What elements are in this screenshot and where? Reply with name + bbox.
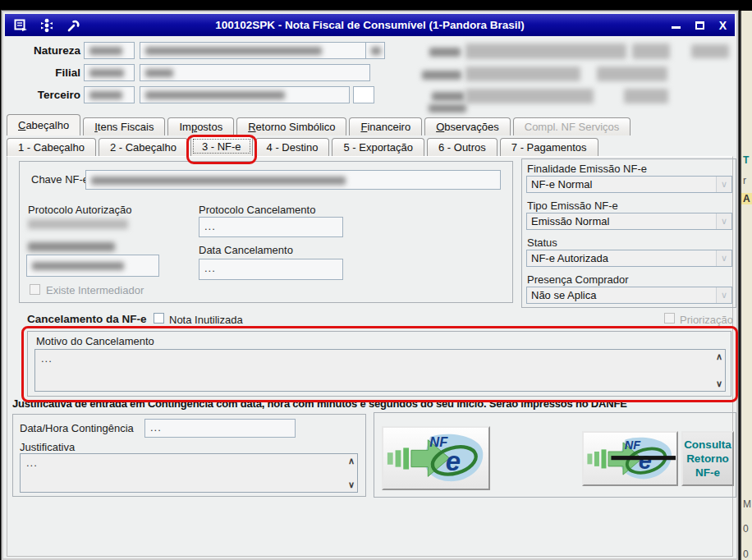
natureza-desc-field[interactable]	[140, 42, 370, 59]
chevron-down-icon[interactable]: ∨	[716, 213, 731, 229]
cancelar-nfe-button[interactable]: NF e	[582, 431, 678, 486]
background-text-fragment: 0	[743, 523, 749, 535]
main-tab-observacoes[interactable]: Observações	[424, 117, 511, 135]
transmitir-nfe-button[interactable]: NF e	[382, 426, 490, 490]
existe-intermediador-checkbox[interactable]	[30, 284, 40, 295]
main-tab-compl-nf-servicos: Compl. NF Serviços	[513, 117, 631, 135]
document-icon	[13, 18, 28, 33]
motivo-cancelamento-textarea[interactable]: ... ∧ ∨	[34, 349, 726, 392]
background-text-fragment: M	[743, 498, 751, 510]
screen: 100102SPK - Nota Fiscal de Consumível (1…	[0, 0, 752, 560]
redacted-field[interactable]	[465, 44, 626, 59]
justificativa-textarea[interactable]: ... ∧ ∨	[20, 453, 358, 493]
data-hora-contingencia-field[interactable]: ...	[144, 419, 296, 438]
chave-nfe-field[interactable]	[85, 170, 501, 190]
contingencia-heading: Justificativa de entrada em Contingência…	[12, 397, 740, 410]
sub-tab-7-pagamentos[interactable]: 7 - Pagamentos	[500, 138, 598, 156]
consulta-retorno-nfe-button[interactable]: Consulta Retorno NF-e	[681, 431, 734, 486]
natureza-label: Natureza	[7, 44, 80, 57]
redacted-field[interactable]	[597, 67, 667, 81]
chevron-down-icon[interactable]: ∨	[716, 250, 731, 266]
redacted-label	[422, 71, 461, 80]
redacted-field[interactable]	[465, 89, 594, 103]
nota-inutilizada-checkbox[interactable]	[154, 313, 164, 324]
traffic-light-icon	[39, 18, 54, 33]
chevron-down-icon[interactable]: ∨	[716, 287, 731, 303]
filial-code-field[interactable]	[84, 64, 135, 81]
title-bar-icons	[13, 18, 80, 33]
redacted-field[interactable]	[632, 44, 670, 59]
protocolo-cancelamento-field[interactable]: ...	[199, 217, 343, 237]
tab-label: 4 - Destino	[267, 141, 319, 154]
sub-tab-2-cabecalho[interactable]: 2 - Cabeçalho	[99, 138, 188, 156]
terceiro-desc-field[interactable]	[140, 86, 350, 103]
tab-label: Observações	[436, 121, 499, 133]
wrench-icon	[66, 18, 80, 33]
motivo-cancelamento-label: Motivo do Cancelamento	[36, 335, 154, 347]
main-tab-retorno-simbolico[interactable]: Retorno Simbólico	[236, 117, 346, 135]
redacted-label	[432, 92, 465, 101]
chevron-down-icon[interactable]: ∨	[716, 177, 731, 192]
main-tab-bar: CabeçalhoItens FiscaisImpostosRetorno Si…	[7, 113, 733, 135]
tab-label: 2 - Cabeçalho	[110, 141, 177, 154]
data-autorizacao-label	[28, 242, 115, 251]
priorizacao-checkbox[interactable]	[664, 313, 675, 324]
data-autorizacao-field[interactable]	[26, 255, 159, 277]
redacted-field[interactable]	[624, 89, 668, 103]
existe-intermediador-label: Existe Intermediador	[46, 284, 144, 296]
motivo-cancelamento-group: Motivo do Cancelamento ... ∧ ∨	[27, 331, 731, 397]
title-bar: 100102SPK - Nota Fiscal de Consumível (1…	[5, 14, 735, 36]
close-button[interactable]: X	[719, 19, 727, 32]
scroll-up-icon[interactable]: ∧	[348, 457, 355, 466]
cancelamento-title: Cancelamento da NF-e	[27, 313, 147, 325]
terceiro-extra-field[interactable]	[353, 86, 374, 103]
sub-tab-1-cabecalho[interactable]: 1 - Cabeçalho	[7, 138, 96, 156]
nota-inutilizada-label: Nota Inutilizada	[169, 314, 243, 326]
sub-tab-4-destino[interactable]: 4 - Destino	[255, 138, 330, 156]
strikethrough-line	[611, 456, 676, 460]
status-label: Status	[527, 236, 557, 249]
natureza-extra-field[interactable]	[365, 42, 385, 59]
sub-tab-5-exportacao[interactable]: 5 - Exportação	[332, 138, 424, 156]
main-tab-itens-fiscais[interactable]: Itens Fiscais	[83, 117, 165, 135]
tab-label: 7 - Pagamentos	[511, 141, 587, 154]
background-text-fragment: T	[743, 154, 749, 166]
priorizacao-label: Priorização	[680, 314, 733, 326]
redacted-field[interactable]	[691, 44, 729, 58]
minimize-button[interactable]	[672, 19, 681, 32]
window-title: 100102SPK - Nota Fiscal de Consumível (1…	[5, 19, 735, 31]
sub-tab-6-outros[interactable]: 6 - Outros	[427, 138, 498, 156]
terceiro-code-field[interactable]	[84, 86, 135, 103]
finalidade-emissao-select[interactable]: NF-e Normal ∨	[526, 176, 732, 193]
filial-label: Filial	[7, 67, 80, 79]
scroll-down-icon[interactable]: ∨	[716, 379, 722, 388]
main-tab-financeiro[interactable]: Financeiro	[349, 117, 422, 135]
scroll-down-icon[interactable]: ∨	[348, 480, 355, 489]
maximize-button[interactable]	[695, 19, 704, 32]
tab-label: Financeiro	[360, 121, 410, 133]
background-text-fragment: 0	[743, 549, 749, 560]
nfe-actions-group: NF e NF e	[374, 412, 736, 498]
presenca-comprador-select[interactable]: Não se Aplica ∨	[526, 287, 732, 304]
tab-label: 5 - Exportação	[343, 141, 413, 154]
tab-label: Compl. NF Serviços	[525, 121, 620, 133]
status-select[interactable]: NF-e Autorizada ∨	[526, 250, 732, 267]
redacted-label	[429, 48, 461, 57]
justificativa-label: Justificativa	[20, 441, 75, 453]
scroll-up-icon[interactable]: ∧	[716, 352, 722, 361]
tab-label: Cabeçalho	[18, 119, 69, 131]
natureza-code-field[interactable]	[84, 42, 135, 59]
nfe-options-group: Finalidade Emissão NF-e NF-e Normal ∨ Ti…	[521, 158, 736, 308]
data-cancelamento-field[interactable]: ...	[199, 259, 343, 280]
presenca-comprador-label: Presença Comprador	[527, 273, 629, 286]
tipo-emissao-select[interactable]: Emissão Normal ∨	[526, 213, 732, 230]
filial-desc-field[interactable]	[140, 64, 370, 81]
contingencia-group: Data/Hora Contingência ... Justificativa…	[12, 414, 366, 497]
tab-label: Retorno Simbólico	[248, 121, 335, 133]
main-tab-cabecalho[interactable]: Cabeçalho	[7, 114, 80, 135]
main-tab-impostos[interactable]: Impostos	[167, 117, 234, 135]
tipo-emissao-label: Tipo Emissão NF-e	[527, 200, 618, 212]
redacted-field[interactable]	[465, 67, 580, 81]
sub-tab-3-nf-e[interactable]: 3 - NF-e	[190, 136, 253, 156]
background-text-fragment: r	[743, 175, 746, 186]
